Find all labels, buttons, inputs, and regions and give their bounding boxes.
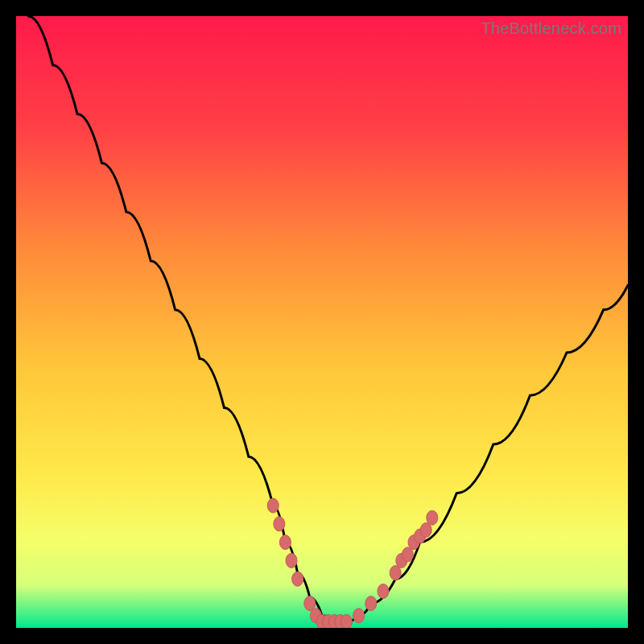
curve-marker	[286, 553, 297, 568]
curve-marker	[378, 584, 389, 598]
gradient-background	[16, 16, 628, 628]
chart-frame: TheBottleneck.com	[16, 16, 628, 628]
curve-marker	[427, 510, 438, 525]
curve-marker	[279, 535, 291, 550]
bottleneck-chart	[16, 16, 628, 628]
curve-marker	[402, 547, 413, 562]
curve-marker	[292, 572, 303, 586]
curve-marker	[267, 498, 279, 513]
curve-marker	[420, 522, 431, 537]
curve-marker	[341, 614, 352, 628]
curve-marker	[390, 566, 401, 580]
curve-marker	[274, 517, 285, 531]
watermark-label: TheBottleneck.com	[481, 19, 621, 38]
curve-marker	[365, 597, 377, 611]
curve-marker	[304, 597, 316, 611]
curve-marker	[353, 609, 365, 623]
